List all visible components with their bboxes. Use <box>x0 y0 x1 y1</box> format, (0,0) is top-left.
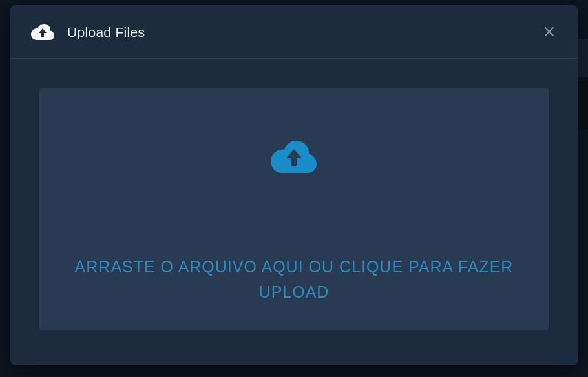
cloud-upload-icon <box>30 19 56 45</box>
modal-header: Upload Files <box>10 5 578 59</box>
upload-modal: Upload Files ARRASTE O <box>10 5 578 365</box>
modal-title-group: Upload Files <box>30 19 145 45</box>
modal-body: ARRASTE O ARQUIVO AQUI OU CLIQUE PARA FA… <box>10 59 578 365</box>
close-button[interactable] <box>540 23 558 43</box>
close-icon <box>544 26 554 39</box>
modal-title: Upload Files <box>67 25 145 40</box>
modal-backdrop: Upload Files ARRASTE O <box>0 0 588 377</box>
cloud-upload-icon <box>269 139 319 177</box>
dropzone-instruction: ARRASTE O ARQUIVO AQUI OU CLIQUE PARA FA… <box>39 254 549 305</box>
file-dropzone[interactable]: ARRASTE O ARQUIVO AQUI OU CLIQUE PARA FA… <box>39 88 549 330</box>
